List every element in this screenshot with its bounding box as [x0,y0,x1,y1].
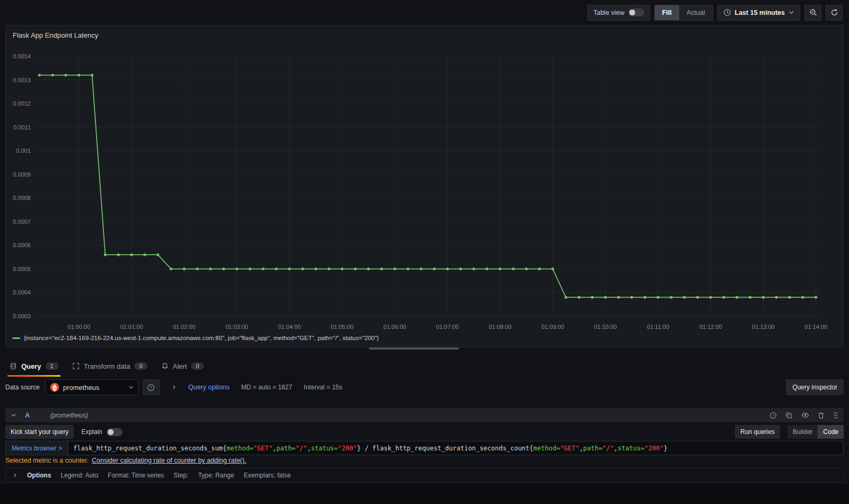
panel-title: Flask App Endpoint Latency [13,31,98,39]
query-row-header[interactable]: A (prometheus) ? [5,408,844,422]
svg-text:01:09:00: 01:09:00 [541,324,564,330]
svg-text:01:12:00: 01:12:00 [699,324,722,330]
svg-text:0.0013: 0.0013 [13,77,31,83]
warning-rate-hint-link[interactable]: Consider calculating rate of counter by … [92,457,246,464]
query-row-actions: ? [769,411,838,419]
datasource-picker[interactable]: prometheus [45,379,138,395]
datasource-help-button[interactable]: ? [143,379,160,395]
svg-text:01:11:00: 01:11:00 [647,324,669,330]
datasource-value: prometheus [63,384,125,392]
query-actions-row: Kick start your query Explain Run querie… [5,425,844,439]
svg-text:0.0009: 0.0009 [13,171,31,178]
chevron-right-icon[interactable] [171,385,177,390]
svg-text:?: ? [150,385,152,390]
bell-icon [161,362,169,370]
chevron-down-icon [789,10,794,15]
svg-text:?: ? [772,413,774,418]
svg-text:0.0005: 0.0005 [13,266,31,272]
delete-query-trash-icon[interactable] [818,412,825,419]
svg-text:0.0004: 0.0004 [13,289,31,296]
query-help-icon[interactable]: ? [769,412,777,419]
database-icon [10,362,17,370]
interval-text: Interval = 15s [304,384,342,391]
tab-query[interactable]: Query 1 [7,354,60,378]
timeseries-chart[interactable]: 0.00030.00040.00050.00060.00070.00080.00… [6,40,843,334]
builder-button[interactable]: Builder [787,425,818,439]
run-queries-button[interactable]: Run queries [735,425,780,439]
transform-icon [72,362,80,370]
promql-query-text: flask_http_request_duration_seconds_sum{… [73,445,668,452]
table-view-toggle-group[interactable]: Table view [587,5,649,21]
time-range-label: Last 15 minutes [735,9,785,16]
query-inspector-button[interactable]: Query inspector [786,379,844,395]
svg-text:0.001: 0.001 [16,147,31,154]
options-legend: Legend: Auto [60,472,98,479]
svg-text:01:04:00: 01:04:00 [278,324,301,330]
svg-text:0.0014: 0.0014 [13,53,31,59]
zoom-out-icon [809,8,817,16]
fill-actual-segmented-control: Fill Actual [654,5,713,21]
query-options-collapsed-row[interactable]: Options Legend: Auto Format: Time series… [5,468,844,482]
svg-text:01:06:00: 01:06:00 [384,324,406,330]
fill-button[interactable]: Fill [655,5,679,20]
tab-alert-count: 0 [191,362,204,370]
svg-text:01:14:00: 01:14:00 [804,324,827,330]
tab-alert[interactable]: Alert 0 [159,354,206,378]
options-format: Format: Time series [108,472,164,479]
tab-query-label: Query [21,362,41,370]
svg-text:01:05:00: 01:05:00 [331,324,353,330]
explain-label: Explain [81,428,102,436]
options-step: Step: [174,472,188,479]
explain-toggle-group: Explain [81,428,122,436]
time-range-picker[interactable]: Last 15 minutes [717,5,800,21]
warning-text: Selected metric is a counter. [5,457,89,464]
query-datasource-hint: (prometheus) [50,412,88,419]
chevron-right-icon[interactable] [12,473,18,478]
options-exemplars: Exemplars: false [244,472,291,479]
chevron-down-icon [128,385,134,390]
svg-text:01:02:00: 01:02:00 [173,324,196,330]
svg-text:01:10:00: 01:10:00 [594,324,617,330]
svg-text:0.0012: 0.0012 [13,100,31,107]
drag-handle-grip-icon[interactable] [833,412,838,419]
clock-icon [723,8,731,16]
query-options-summary: Query options MD = auto = 1827 Interval … [164,384,782,391]
table-view-label: Table view [593,9,624,16]
table-view-toggle[interactable] [628,8,644,16]
collapse-chevron-icon[interactable] [11,412,16,418]
pane-resize-handle[interactable] [369,347,459,350]
tab-transform-label: Transform data [84,362,131,370]
duplicate-query-icon[interactable] [785,412,793,419]
svg-text:0.0011: 0.0011 [13,124,31,131]
svg-text:01:13:00: 01:13:00 [752,324,775,330]
hide-query-eye-icon[interactable] [801,411,809,419]
code-button[interactable]: Code [818,425,844,439]
svg-text:01:01:00: 01:01:00 [120,324,143,330]
tab-transform-count: 0 [134,362,147,370]
page-bottom-strip [0,484,849,504]
promql-editor-row: Metrics browser > flask_http_request_dur… [5,441,844,455]
metrics-browser-link[interactable]: Metrics browser > [6,441,68,455]
refresh-button[interactable] [826,5,843,21]
question-circle-icon: ? [147,384,155,392]
actual-button[interactable]: Actual [679,5,713,20]
tab-query-count: 1 [46,362,58,370]
datasource-row: Data source prometheus ? Query options M… [5,379,844,396]
prometheus-logo-icon [50,383,59,392]
explain-toggle[interactable] [107,428,123,436]
timeseries-panel: Flask App Endpoint Latency 0.00030.00040… [5,25,844,347]
builder-code-segmented-control: Builder Code [787,425,844,439]
svg-text:0.0008: 0.0008 [13,195,31,201]
tab-alert-label: Alert [173,362,187,370]
kick-start-query-button[interactable]: Kick start your query [5,425,74,439]
options-type: Type: Range [198,472,234,479]
counter-warning-row: Selected metric is a counter. Consider c… [5,456,844,465]
query-ref-id: A [25,411,30,419]
options-title: Options [27,472,51,479]
promql-query-input[interactable]: flask_http_request_duration_seconds_sum{… [68,441,843,455]
svg-text:0.0006: 0.0006 [13,242,31,248]
tab-transform-data[interactable]: Transform data 0 [70,354,150,378]
zoom-out-button[interactable] [804,5,821,21]
chart-legend[interactable]: {instance="ec2-184-169-216-224.us-west-1… [12,335,379,341]
query-options-link[interactable]: Query options [188,384,230,391]
